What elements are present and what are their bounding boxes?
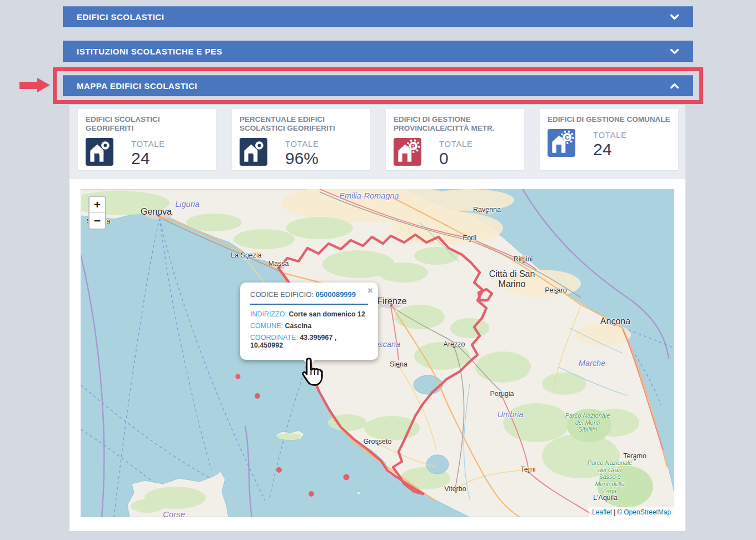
panel-title: MAPPA EDIFICI SCOLASTICI [77, 81, 197, 91]
comune-value: Cascina [285, 322, 312, 330]
stat-title: EDIFICI DI GESTIONE COMUNALE [548, 115, 670, 124]
total-value: 24 [131, 149, 165, 168]
leaflet-map[interactable]: GenovaLiguriaSavonaEmilia-RomagnaRavenna… [81, 189, 674, 517]
total-label: TOTALE [593, 130, 627, 140]
codice-value-link[interactable]: 0500089999 [316, 290, 356, 299]
accordion-edifici-scolastici[interactable]: EDIFICI SCOLASTICI [63, 6, 693, 27]
stat-card-comunale: EDIFICI DI GESTIONE COMUNALE C TOTALE 24 [540, 109, 678, 170]
stat-card-percentuale: PERCENTUALE EDIFICI SCOLASTICI GEORIFERI… [232, 109, 370, 170]
stat-title: EDIFICI DI GESTIONE PROVINCIALE/CITTÀ ME… [394, 115, 516, 133]
gear-letter: P [411, 143, 416, 150]
popup-divider [250, 304, 368, 305]
gear-letter: C [565, 134, 569, 141]
zoom-out-button[interactable]: − [89, 213, 105, 229]
accordion-mappa-edifici[interactable]: MAPPA EDIFICI SCOLASTICI [63, 75, 693, 96]
leaflet-link[interactable]: Leaflet [592, 508, 612, 516]
total-label: TOTALE [439, 139, 473, 148]
comune-label: COMUNE: [250, 322, 283, 330]
chevron-up-icon[interactable] [670, 83, 679, 89]
codice-label: CODICE EDIFICIO: [250, 290, 314, 299]
building-geopin-icon [240, 138, 267, 166]
chevron-down-icon[interactable] [670, 48, 679, 55]
annotation-arrow-icon [19, 78, 51, 93]
coordinate-label: COORDINATE: [250, 334, 298, 341]
panel-title: EDIFICI SCOLASTICI [77, 12, 164, 22]
map-attribution: Leaflet|© OpenStreetMap [589, 507, 674, 517]
building-popup: × CODICE EDIFICIO: 0500089999 INDIRIZZO:… [240, 283, 378, 360]
building-gear-icon: C [548, 129, 575, 157]
openstreetmap-link[interactable]: © OpenStreetMap [617, 508, 671, 516]
panel-title: ISTITUZIONI SCOLASTICHE E PES [77, 47, 222, 56]
attribution-separator: | [614, 508, 615, 516]
stat-title: EDIFICI SCOLASTICI GEORIFERITI [86, 115, 208, 133]
stat-card-georiferiti: EDIFICI SCOLASTICI GEORIFERITI TOTALE 24 [78, 109, 216, 170]
indirizzo-label: INDIRIZZO: [250, 310, 287, 318]
building-geopin-icon [86, 138, 113, 166]
zoom-in-button[interactable]: + [89, 197, 105, 213]
total-value: 0 [439, 149, 473, 168]
map-zoom-control: + − [88, 196, 106, 230]
total-value: 96% [285, 149, 319, 168]
stat-card-provinciale: EDIFICI DI GESTIONE PROVINCIALE/CITTÀ ME… [386, 109, 524, 170]
total-label: TOTALE [285, 139, 319, 148]
dashboard-page: EDIFICI SCOLASTICI ISTITUZIONI SCOLASTIC… [0, 0, 756, 540]
accordion-istituzioni-scolastiche[interactable]: ISTITUZIONI SCOLASTICHE E PES [63, 41, 693, 62]
stat-title: PERCENTUALE EDIFICI SCOLASTICI GEORIFERI… [240, 115, 362, 133]
map-panel: GenovaLiguriaSavonaEmilia-RomagnaRavenna… [69, 179, 685, 531]
indirizzo-value: Corte san domenico 12 [289, 310, 365, 318]
popup-tail [303, 359, 315, 366]
chevron-down-icon[interactable] [670, 14, 679, 20]
total-value: 24 [593, 140, 627, 159]
popup-close-icon[interactable]: × [367, 285, 373, 296]
building-gear-icon: P [394, 138, 421, 166]
total-label: TOTALE [131, 139, 165, 148]
